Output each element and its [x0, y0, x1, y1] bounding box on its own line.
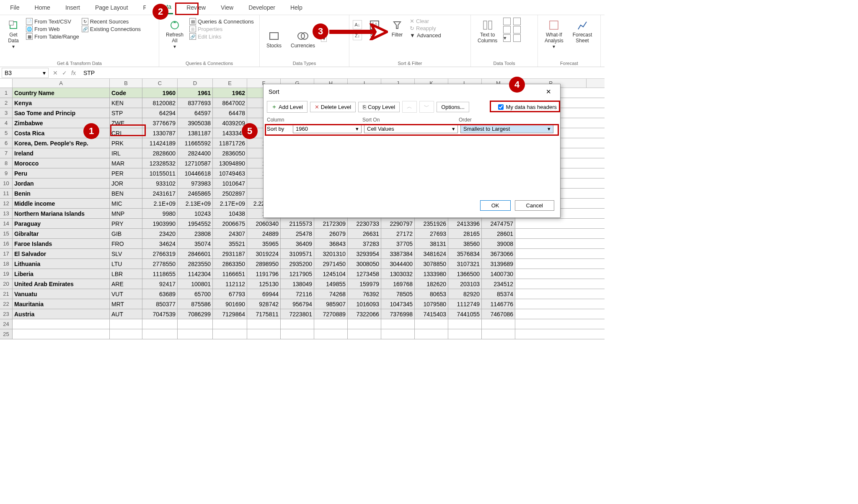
data-cell[interactable]: 2115573 — [281, 219, 314, 228]
data-cell[interactable]: FRO — [110, 239, 142, 248]
data-cell[interactable]: 169768 — [381, 279, 415, 289]
row-header[interactable]: 23 — [0, 309, 13, 319]
data-cell[interactable]: 1400730 — [482, 269, 515, 279]
data-cell[interactable]: 25478 — [281, 229, 314, 238]
data-cell[interactable]: AUT — [110, 309, 142, 319]
data-cell[interactable]: Liberia — [13, 269, 110, 279]
data-cell[interactable]: IRL — [110, 148, 142, 158]
tab-view[interactable]: View — [219, 1, 235, 14]
tab-review[interactable]: Review — [185, 1, 207, 14]
data-cell[interactable]: 2766319 — [142, 249, 178, 258]
data-cell[interactable]: 1954552 — [178, 219, 213, 228]
data-cell[interactable]: 10749463 — [213, 168, 247, 178]
row-header[interactable]: 3 — [0, 108, 13, 118]
header-cell[interactable]: 1961 — [178, 88, 213, 98]
data-cell[interactable]: 2006675 — [213, 219, 247, 228]
copy-level-button[interactable]: ⎘Copy Level — [358, 102, 400, 112]
data-cell[interactable]: 26079 — [314, 229, 348, 238]
data-cell[interactable]: 76392 — [348, 289, 381, 299]
data-cell[interactable]: 2823550 — [178, 259, 213, 269]
data-cell[interactable]: 850377 — [142, 299, 178, 309]
data-cell[interactable] — [13, 319, 110, 329]
data-cell[interactable]: 3008050 — [348, 259, 381, 269]
data-cell[interactable]: 3044400 — [381, 259, 415, 269]
data-cell[interactable]: 2824400 — [178, 148, 213, 158]
data-cell[interactable]: 67793 — [213, 289, 247, 299]
data-cell[interactable]: 1245104 — [314, 269, 348, 279]
data-cell[interactable]: 38131 — [415, 239, 448, 248]
data-cell[interactable]: 3078850 — [415, 259, 448, 269]
data-cell[interactable]: Sao Tome and Princip — [13, 108, 110, 118]
sort-column-dropdown[interactable]: 1960▾ — [293, 124, 362, 133]
data-cell[interactable]: Jordan — [13, 178, 110, 188]
data-cell[interactable]: 138049 — [281, 279, 314, 289]
data-cell[interactable]: 2.17E+09 — [213, 199, 247, 208]
get-data-button[interactable]: Get Data ▾ — [3, 18, 23, 50]
data-cell[interactable] — [348, 329, 381, 339]
data-cell[interactable]: 11424189 — [142, 138, 178, 148]
data-cell[interactable]: 78505 — [381, 289, 415, 299]
data-cell[interactable]: 1016093 — [348, 299, 381, 309]
data-cell[interactable]: 1330787 — [142, 128, 178, 138]
data-cell[interactable]: 7415403 — [415, 309, 448, 319]
row-header[interactable]: 13 — [0, 209, 13, 218]
data-cell[interactable]: 3905038 — [178, 118, 213, 128]
row-header[interactable]: 20 — [0, 279, 13, 289]
data-cell[interactable]: 7467086 — [482, 309, 515, 319]
select-all-corner[interactable] — [0, 79, 13, 88]
row-header[interactable]: 11 — [0, 189, 13, 198]
data-cell[interactable]: Peru — [13, 168, 110, 178]
data-cell[interactable]: 24889 — [247, 229, 281, 238]
data-cell[interactable]: 64294 — [142, 108, 178, 118]
data-cell[interactable]: 7086299 — [178, 309, 213, 319]
data-cell[interactable]: Benin — [13, 189, 110, 198]
tab-formulas[interactable]: Fo — [142, 1, 146, 14]
tab-insert[interactable]: Insert — [64, 1, 82, 14]
data-cell[interactable] — [448, 319, 482, 329]
data-cell[interactable]: 2.1E+09 — [142, 199, 178, 208]
data-cell[interactable]: 1142304 — [178, 269, 213, 279]
data-cell[interactable]: VUT — [110, 289, 142, 299]
col-B[interactable]: B — [110, 79, 142, 88]
data-cell[interactable]: 125130 — [247, 279, 281, 289]
from-table-range[interactable]: ▦From Table/Range — [26, 33, 79, 40]
header-cell[interactable]: Country Name — [13, 88, 110, 98]
data-cell[interactable]: 69944 — [247, 289, 281, 299]
data-cell[interactable] — [178, 319, 213, 329]
data-cell[interactable]: 2898950 — [247, 259, 281, 269]
data-cell[interactable] — [213, 329, 247, 339]
row-header[interactable]: 15 — [0, 229, 13, 238]
data-cell[interactable]: LTU — [110, 259, 142, 269]
data-cell[interactable]: 2413396 — [448, 219, 482, 228]
data-cell[interactable]: 3673066 — [482, 249, 515, 258]
row-header[interactable]: 21 — [0, 289, 13, 299]
data-cell[interactable]: Korea, Dem. People's Rep. — [13, 138, 110, 148]
remove-dup-button[interactable] — [503, 26, 511, 34]
data-cell[interactable]: 3107321 — [448, 259, 482, 269]
data-cell[interactable]: 7441055 — [448, 309, 482, 319]
data-cell[interactable]: 3776679 — [142, 118, 178, 128]
data-cell[interactable] — [314, 319, 348, 329]
data-cell[interactable]: PRY — [110, 219, 142, 228]
data-cell[interactable]: 2778550 — [142, 259, 178, 269]
data-cell[interactable]: 38560 — [448, 239, 482, 248]
row-header[interactable]: 17 — [0, 249, 13, 258]
stocks-button[interactable]: Stocks — [263, 28, 285, 49]
add-level-button[interactable]: ＋Add Level — [267, 101, 308, 113]
data-cell[interactable]: 159979 — [348, 279, 381, 289]
data-cell[interactable]: 1079580 — [415, 299, 448, 309]
col-E[interactable]: E — [213, 79, 247, 88]
data-cell[interactable]: 933102 — [142, 178, 178, 188]
data-cell[interactable]: 956794 — [281, 299, 314, 309]
data-cell[interactable]: 985907 — [314, 299, 348, 309]
data-cell[interactable] — [247, 329, 281, 339]
col-D[interactable]: D — [178, 79, 213, 88]
data-cell[interactable]: 4039209 — [213, 118, 247, 128]
row-header[interactable]: 16 — [0, 239, 13, 248]
data-cell[interactable]: 1381187 — [178, 128, 213, 138]
data-cell[interactable]: 85374 — [482, 289, 515, 299]
what-if-button[interactable]: What-If Analysis▾ — [541, 18, 567, 50]
data-cell[interactable]: 2290797 — [381, 219, 415, 228]
data-cell[interactable] — [314, 329, 348, 339]
fx-icon[interactable]: fx — [71, 70, 76, 76]
